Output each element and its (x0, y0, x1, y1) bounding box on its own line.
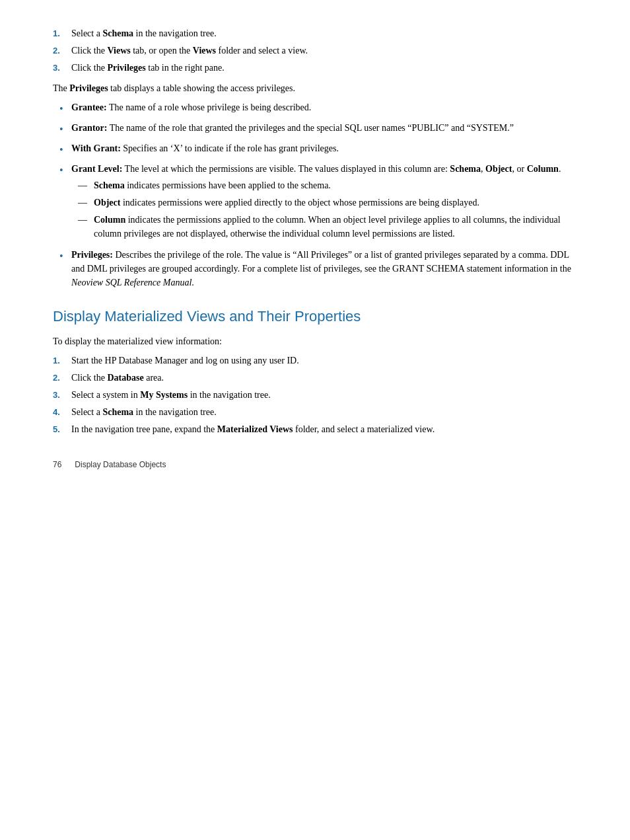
bullet-content: Privileges: Describes the privilege of t… (71, 248, 577, 289)
display-step-5: 5. In the navigation tree pane, expand t… (53, 422, 577, 436)
dash: — (78, 213, 94, 241)
footer-page-number: 76 (53, 460, 61, 469)
bullet-icon: • (59, 121, 71, 137)
privileges-intro: The Privileges tab displays a table show… (53, 81, 577, 95)
display-step-4: 4. Select a Schema in the navigation tre… (53, 405, 577, 419)
footer: 76 Display Database Objects (53, 460, 577, 469)
step-number: 5. (53, 422, 71, 436)
step-content: Select a Schema in the navigation tree. (71, 26, 577, 40)
bullet-with-grant: • With Grant: Specifies an ‘X’ to indica… (59, 141, 577, 158)
step-2: 2. Click the Views tab, or open the View… (53, 44, 577, 57)
step-content: Click the Views tab, or open the Views f… (71, 44, 577, 57)
section-intro: To display the materialized view informa… (53, 334, 577, 348)
bullet-grantor: • Grantor: The name of the role that gra… (59, 121, 577, 137)
sub-content: Object indicates permissions were applie… (94, 196, 577, 210)
step-content: Click the Database area. (71, 371, 577, 385)
display-step-2: 2. Click the Database area. (53, 371, 577, 385)
grant-level-sub-list: — Schema indicates permissions have been… (78, 178, 577, 241)
bullet-content: Grantor: The name of the role that grant… (71, 121, 577, 137)
bullet-privileges: • Privileges: Describes the privilege of… (59, 248, 577, 289)
bullet-icon: • (59, 248, 71, 289)
bullet-content: Grant Level: The level at which the perm… (71, 162, 577, 244)
bullet-grant-level: • Grant Level: The level at which the pe… (59, 162, 577, 244)
bullet-grantee: • Grantee: The name of a role whose priv… (59, 100, 577, 117)
page: 1. Select a Schema in the navigation tre… (0, 0, 630, 482)
display-step-3: 3. Select a system in My Systems in the … (53, 388, 577, 402)
bullet-icon: • (59, 141, 71, 158)
step-3: 3. Click the Privileges tab in the right… (53, 61, 577, 75)
bullet-content: With Grant: Specifies an ‘X’ to indicate… (71, 141, 577, 158)
privileges-bullet-list: • Grantee: The name of a role whose priv… (59, 100, 577, 289)
step-number: 3. (53, 61, 71, 75)
step-1: 1. Select a Schema in the navigation tre… (53, 26, 577, 40)
step-number: 1. (53, 354, 71, 367)
dash: — (78, 178, 94, 192)
sub-schema: — Schema indicates permissions have been… (78, 178, 577, 192)
step-number: 2. (53, 371, 71, 385)
bullet-icon: • (59, 162, 71, 244)
sub-column: — Column indicates the permissions appli… (78, 213, 577, 241)
top-steps-list: 1. Select a Schema in the navigation tre… (53, 26, 577, 75)
display-steps-list: 1. Start the HP Database Manager and log… (53, 354, 577, 436)
step-number: 4. (53, 405, 71, 419)
sub-content: Column indicates the permissions applied… (94, 213, 577, 241)
bullet-content: Grantee: The name of a role whose privil… (71, 100, 577, 117)
footer-section-label: Display Database Objects (75, 460, 166, 469)
display-step-1: 1. Start the HP Database Manager and log… (53, 354, 577, 367)
section-heading: Display Materialized Views and Their Pro… (53, 308, 577, 325)
step-content: In the navigation tree pane, expand the … (71, 422, 577, 436)
step-content: Start the HP Database Manager and log on… (71, 354, 577, 367)
sub-content: Schema indicates permissions have been a… (94, 178, 577, 192)
step-number: 2. (53, 44, 71, 57)
step-content: Select a Schema in the navigation tree. (71, 405, 577, 419)
step-content: Select a system in My Systems in the nav… (71, 388, 577, 402)
step-content: Click the Privileges tab in the right pa… (71, 61, 577, 75)
sub-object: — Object indicates permissions were appl… (78, 196, 577, 210)
step-number: 1. (53, 26, 71, 40)
bullet-icon: • (59, 100, 71, 117)
dash: — (78, 196, 94, 210)
step-number: 3. (53, 388, 71, 402)
